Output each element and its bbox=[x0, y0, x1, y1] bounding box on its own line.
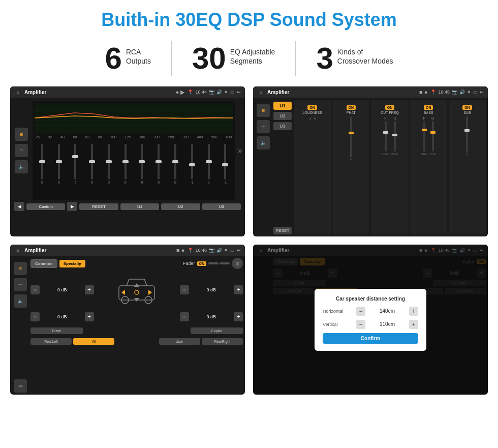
bass-slider-f[interactable]: F 90Hz bbox=[421, 116, 428, 156]
eq-play-btn[interactable]: ▶ bbox=[67, 202, 77, 211]
back-icon-fader[interactable]: ↩ bbox=[237, 248, 241, 253]
eq-slider-10[interactable]: -1 bbox=[184, 144, 200, 184]
driver-btn[interactable]: Driver bbox=[30, 327, 83, 334]
eq-slider-1[interactable]: 0 bbox=[35, 144, 50, 184]
eq-prev-btn[interactable]: ◀ bbox=[14, 202, 24, 211]
eq-track-4 bbox=[91, 144, 93, 180]
vol-row-2: − 0 dB + − 0 dB + bbox=[30, 312, 243, 321]
cutfreq-slider-f[interactable]: F 100Hz bbox=[381, 116, 390, 156]
back-icon-eq[interactable]: ↩ bbox=[237, 89, 241, 95]
status-icons-eq: 📍 10:44 📷 🔊 ✕ ▭ ↩ bbox=[188, 89, 241, 95]
cutfreq-slider-g[interactable]: G 80Hz bbox=[391, 116, 398, 156]
eq-bottom-row: ◀ Custom ▶ RESET U1 U2 U3 bbox=[13, 200, 242, 211]
stat-text-eq: EQ AdjustableSegments bbox=[230, 43, 275, 66]
eq-content: ≡ 〜 🔈 bbox=[10, 98, 245, 213]
fader-sidebar-btn-1[interactable]: ≡ bbox=[14, 262, 27, 275]
vol-minus-4[interactable]: − bbox=[180, 312, 189, 321]
camera-icon-eq: 📷 bbox=[209, 89, 214, 95]
vol-plus-2[interactable]: + bbox=[85, 312, 94, 321]
fader-sidebar-btn-4[interactable]: ⇔ bbox=[14, 379, 27, 393]
copilot-btn[interactable]: Copilot bbox=[191, 327, 243, 334]
status-title-crossover: Amplifier bbox=[267, 89, 416, 95]
vol-val-2: 0 dB bbox=[42, 314, 83, 319]
bass-slider-g[interactable]: G 70Hz bbox=[429, 116, 437, 156]
sub-on-badge: ON bbox=[462, 105, 472, 110]
eq-slider-6[interactable]: 0 bbox=[118, 144, 133, 184]
time-crossover: 10:45 bbox=[438, 89, 450, 95]
vol-minus-3[interactable]: − bbox=[180, 285, 189, 294]
back-icon-crossover[interactable]: ↩ bbox=[480, 89, 484, 95]
stat-text-rca: RCAOutputs bbox=[126, 43, 151, 66]
fader-settings-btn[interactable]: ⚙ bbox=[232, 258, 243, 269]
all-btn[interactable]: All bbox=[73, 338, 114, 345]
vol-plus-4[interactable]: + bbox=[234, 312, 243, 321]
crossover-sidebar-btn-1[interactable]: ≡ bbox=[257, 104, 270, 117]
status-dot-crossover: ■ ● bbox=[419, 89, 427, 95]
eq-val-5: 0 bbox=[108, 181, 110, 184]
volume-icon-crossover: 🔊 bbox=[459, 89, 465, 95]
eq-sidebar-btn-1[interactable]: ≡ bbox=[15, 128, 28, 141]
eq-expand-btn[interactable]: » bbox=[238, 101, 242, 200]
specialty-mode-btn[interactable]: Specialty bbox=[59, 260, 85, 267]
sub-slider[interactable] bbox=[466, 116, 468, 152]
fader-sidebar-btn-2[interactable]: 〜 bbox=[14, 278, 27, 291]
eq-slider-7[interactable]: 0 bbox=[135, 144, 150, 184]
rearright-btn[interactable]: RearRight bbox=[202, 338, 243, 345]
vertical-plus-btn[interactable]: + bbox=[409, 320, 418, 329]
phat-slider[interactable] bbox=[350, 116, 352, 157]
eq-sidebar-btn-3[interactable]: 🔈 bbox=[15, 160, 28, 173]
eq-track-6 bbox=[124, 144, 127, 180]
common-mode-btn[interactable]: Common bbox=[30, 259, 57, 268]
home-icon-crossover[interactable]: ⌂ bbox=[257, 88, 264, 96]
u3-button[interactable]: U3 bbox=[273, 122, 292, 130]
vertical-label: Vertical bbox=[323, 322, 353, 327]
crossover-sidebar-btn-3[interactable]: 🔈 bbox=[257, 136, 270, 150]
eq-slider-12[interactable]: -1 bbox=[217, 144, 233, 184]
status-bar-crossover: ⌂ Amplifier ■ ● 📍 10:45 📷 🔊 ✕ ▭ ↩ bbox=[253, 86, 488, 98]
cutfreq-on-badge: ON bbox=[385, 105, 395, 110]
eq-reset-btn[interactable]: RESET bbox=[79, 203, 118, 210]
cutfreq-val-f: 100Hz bbox=[381, 153, 390, 156]
svg-marker-7 bbox=[121, 290, 125, 295]
home-icon-eq[interactable]: ⌂ bbox=[14, 88, 21, 96]
stat-number-3: 3 bbox=[316, 43, 333, 74]
vertical-minus-btn[interactable]: − bbox=[356, 320, 365, 329]
u1-button[interactable]: U1 bbox=[273, 102, 292, 110]
horizontal-minus-btn[interactable]: − bbox=[356, 307, 365, 316]
horizontal-plus-btn[interactable]: + bbox=[409, 307, 418, 316]
vol-plus-3[interactable]: + bbox=[234, 285, 243, 294]
eq-u1-btn[interactable]: U1 bbox=[120, 203, 159, 210]
bass-thumb-g bbox=[430, 131, 435, 134]
crossover-sidebar-btn-2[interactable]: 〜 bbox=[257, 120, 270, 133]
eq-slider-4[interactable]: 0 bbox=[84, 144, 100, 184]
stat-number-30: 30 bbox=[192, 43, 226, 74]
crossover-content: ≡ 〜 🔈 U1 U2 U3 RESET bbox=[253, 98, 488, 236]
car-svg bbox=[114, 273, 160, 306]
eq-slider-5[interactable]: 0 bbox=[101, 144, 116, 184]
crossover-controls-row: ON LOUDNESS ↙ ↘ ON PHAT bbox=[294, 100, 486, 234]
home-icon-fader[interactable]: ⌂ bbox=[14, 247, 21, 254]
vol-minus-2[interactable]: − bbox=[30, 312, 40, 321]
eq-slider-9[interactable]: 0 bbox=[168, 144, 183, 184]
eq-sidebar-btn-2[interactable]: 〜 bbox=[15, 144, 28, 157]
u2-button[interactable]: U2 bbox=[273, 112, 292, 120]
eq-slider-11[interactable]: 0 bbox=[201, 144, 216, 184]
eq-val-2: 0 bbox=[58, 181, 60, 184]
vol-plus-1[interactable]: + bbox=[85, 285, 94, 294]
eq-thumb-9 bbox=[172, 160, 178, 163]
fader-sidebar-btn-3[interactable]: 🔈 bbox=[14, 294, 27, 308]
crossover-reset-btn[interactable]: RESET bbox=[273, 227, 292, 234]
eq-u3-btn[interactable]: U3 bbox=[202, 203, 241, 210]
confirm-button[interactable]: Confirm bbox=[323, 333, 418, 344]
rearleft-btn[interactable]: RearLeft bbox=[30, 338, 72, 345]
eq-slider-3[interactable]: 5 bbox=[68, 144, 83, 184]
rect-icon-crossover: ▭ bbox=[473, 89, 478, 95]
eq-thumb-11 bbox=[206, 160, 212, 163]
status-icons-crossover: 📍 10:45 📷 🔊 ✕ ▭ ↩ bbox=[430, 89, 484, 95]
user-btn[interactable]: User bbox=[159, 338, 200, 345]
eq-slider-8[interactable]: 0 bbox=[151, 144, 166, 184]
loudness-on-badge: ON bbox=[307, 105, 317, 110]
vol-minus-1[interactable]: − bbox=[30, 285, 40, 294]
eq-u2-btn[interactable]: U2 bbox=[161, 203, 200, 210]
eq-slider-2[interactable]: 0 bbox=[51, 144, 67, 184]
